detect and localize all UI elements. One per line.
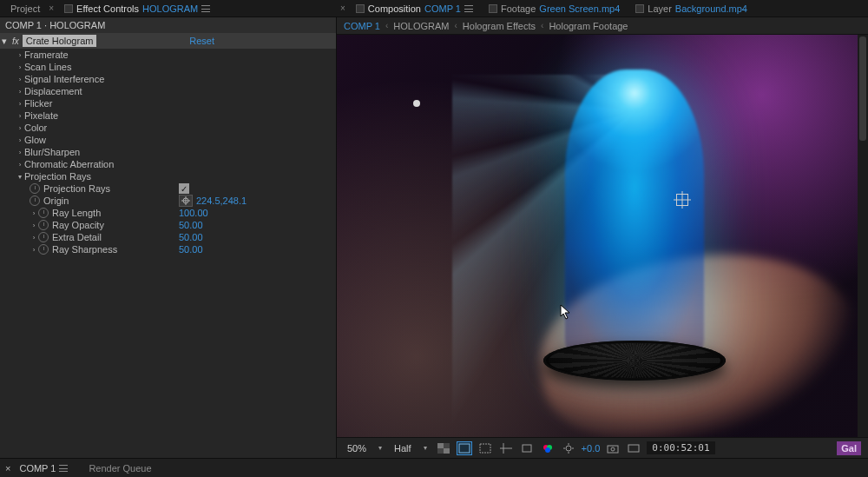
preview-base-disc [543,341,726,381]
group-flicker[interactable]: ›Flicker [0,97,336,109]
stopwatch-icon[interactable] [30,195,40,206]
chevron-down-icon[interactable]: ▾ [420,444,431,452]
group-chromatic-aberration[interactable]: ›Chromatic Aberration [0,158,336,170]
effect-title-row[interactable]: ▾ fx Crate Hologram Reset [0,33,336,49]
chevron-down-icon[interactable]: ▾ [375,444,385,452]
group-glow[interactable]: ›Glow [0,134,336,146]
timecode[interactable]: 0:00:52:01 [647,441,714,454]
group-projection-rays[interactable]: ▾Projection Rays [0,170,336,182]
breadcrumb-item[interactable]: COMP 1 [344,21,380,31]
chevron-right-icon[interactable]: › [16,124,24,132]
panel-menu-icon[interactable] [201,5,210,12]
chevron-right-icon[interactable]: › [30,222,38,229]
prop-ray-sharpness: › Ray Sharpness 50.00 [0,243,336,255]
chevron-right-icon[interactable]: › [16,112,24,120]
close-icon[interactable]: × [49,3,54,13]
tab-effect-controls-label: Effect Controls [76,3,139,14]
mask-visibility-icon[interactable] [457,441,472,455]
chevron-right-icon[interactable]: › [30,234,38,242]
svg-rect-7 [480,444,490,453]
chevron-right-icon[interactable]: › [16,100,24,108]
value-origin[interactable]: 224.5,248.1 [196,195,247,206]
chevron-left-icon: ‹ [541,21,543,30]
snapshot-icon[interactable] [605,441,621,455]
color-management-icon[interactable] [540,441,556,455]
chevron-right-icon[interactable]: › [16,161,24,169]
stopwatch-icon[interactable] [38,232,49,242]
breadcrumb-item[interactable]: Hologram Footage [549,21,628,31]
chevron-right-icon[interactable]: › [16,88,24,96]
channel-icon[interactable] [519,441,535,455]
group-scan-lines[interactable]: ›Scan Lines [0,61,336,73]
chevron-right-icon[interactable]: › [16,136,24,144]
chevron-down-icon[interactable]: ▾ [0,36,9,47]
value-ray-sharpness[interactable]: 50.00 [179,244,203,255]
stopwatch-icon[interactable] [30,183,40,194]
zoom-select[interactable]: 50% [344,442,370,454]
chevron-right-icon[interactable]: › [16,149,24,156]
panel-menu-icon[interactable] [464,5,473,12]
region-of-interest-icon[interactable] [477,441,493,455]
guides-icon[interactable] [498,441,514,455]
exposure-icon[interactable] [561,441,576,455]
value-extra-detail[interactable]: 50.00 [179,232,203,242]
tab-composition[interactable]: Composition COMP 1 [349,2,480,16]
tab-footage[interactable]: Footage Green Screen.mp4 [482,2,627,16]
tab-timeline-comp[interactable]: COMP 1 [16,463,68,474]
chevron-right-icon[interactable]: › [16,51,24,59]
close-icon[interactable]: × [5,463,10,474]
stopwatch-icon[interactable] [38,244,49,255]
transparency-grid-icon[interactable] [436,441,451,455]
chevron-down-icon[interactable]: ▾ [16,173,24,181]
crosshair-icon[interactable] [179,195,193,207]
breadcrumb-item[interactable]: Hologram Effects [463,21,536,31]
group-signal-interference[interactable]: ›Signal Interference [0,73,336,85]
svg-rect-10 [523,445,531,452]
reset-link[interactable]: Reset [189,36,214,46]
fx-icon[interactable]: fx [9,36,23,46]
resolution-select[interactable]: Half [391,442,415,454]
value-ray-length[interactable]: 100.00 [179,208,208,218]
effect-origin-marker[interactable] [413,100,420,107]
tab-effect-controls[interactable]: Effect Controls HOLOGRAM [57,2,217,16]
layer-anchor-icon[interactable] [676,194,688,206]
group-color[interactable]: ›Color [0,122,336,134]
group-pixelate[interactable]: ›Pixelate [0,109,336,122]
chevron-right-icon[interactable]: › [30,209,38,217]
svg-point-13 [545,447,550,453]
right-panel-tabs: × Composition COMP 1 Footage Green Scree… [337,0,868,17]
group-displacement[interactable]: ›Displacement [0,85,336,97]
stopwatch-icon[interactable] [38,208,49,218]
tab-project[interactable]: Project [3,2,47,16]
show-snapshot-icon[interactable] [626,441,641,455]
stopwatch-icon[interactable] [38,220,49,230]
checkbox-projection-rays[interactable]: ✓ [179,183,189,194]
close-icon[interactable]: × [340,3,345,13]
panel-menu-icon[interactable] [59,465,68,472]
group-framerate[interactable]: ›Framerate [0,49,336,61]
svg-rect-21 [628,445,639,452]
tab-project-label: Project [10,3,40,14]
panel-icon [64,4,73,13]
panel-icon [356,4,365,13]
chevron-right-icon[interactable]: › [30,246,38,254]
chevron-left-icon: ‹ [385,21,388,30]
tab-render-queue[interactable]: Render Queue [89,463,151,474]
svg-rect-4 [437,443,444,448]
badge-gal: Gal [837,441,861,455]
svg-point-20 [611,447,615,451]
effect-name[interactable]: Crate Hologram [23,35,97,47]
tab-effect-controls-target: HOLOGRAM [142,3,198,14]
svg-rect-19 [608,446,618,453]
scrollbar-thumb[interactable] [859,36,866,141]
value-ray-opacity[interactable]: 50.00 [179,220,203,230]
tab-layer[interactable]: Layer Background.mp4 [628,2,754,16]
exposure-value[interactable]: +0.0 [582,443,601,454]
prop-extra-detail: › Extra Detail 50.00 [0,231,336,243]
viewer-scrollbar[interactable] [858,35,868,437]
breadcrumb-item[interactable]: HOLOGRAM [393,21,449,31]
chevron-right-icon[interactable]: › [16,76,24,83]
composition-viewer[interactable] [337,35,868,437]
group-blur-sharpen[interactable]: ›Blur/Sharpen [0,146,336,158]
chevron-right-icon[interactable]: › [16,63,24,71]
